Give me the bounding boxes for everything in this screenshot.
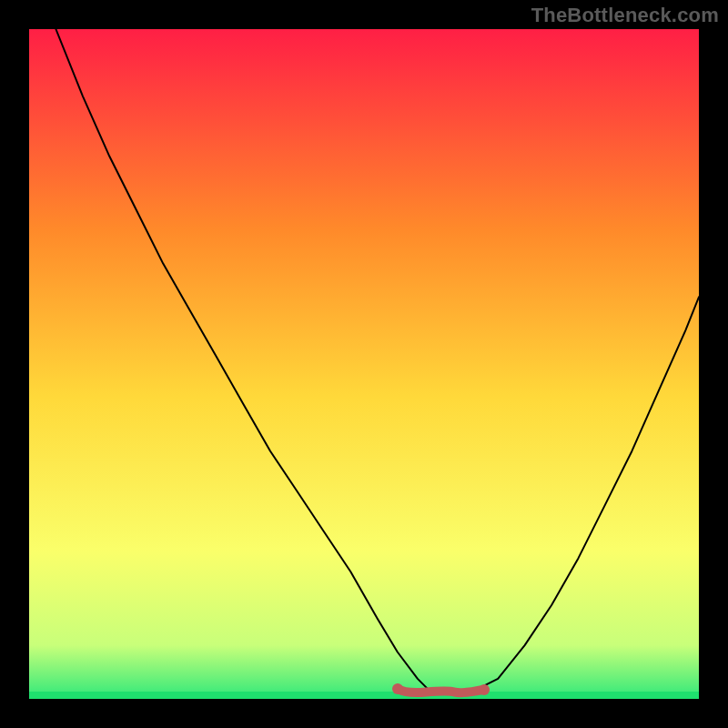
valley-marker bbox=[398, 689, 485, 693]
curve-layer bbox=[29, 29, 699, 699]
plot-area bbox=[29, 29, 699, 699]
chart-frame: TheBottleneck.com bbox=[0, 0, 728, 728]
watermark-text: TheBottleneck.com bbox=[531, 4, 719, 27]
bottleneck-curve bbox=[29, 29, 699, 693]
valley-dot-0 bbox=[392, 683, 403, 694]
curve-svg bbox=[29, 29, 699, 699]
